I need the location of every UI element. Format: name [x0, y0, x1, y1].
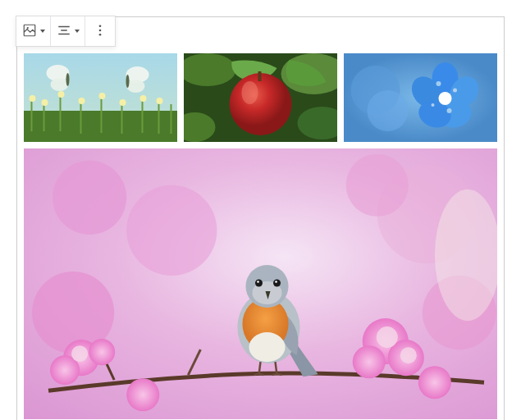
svg-point-55: [53, 161, 126, 235]
svg-rect-16: [142, 98, 144, 133]
svg-point-50: [436, 81, 441, 86]
svg-point-64: [89, 339, 115, 365]
svg-point-69: [418, 366, 451, 399]
svg-point-5: [99, 25, 102, 27]
block-toolbar: [16, 16, 116, 47]
svg-rect-12: [60, 94, 62, 131]
align-button[interactable]: [51, 16, 85, 46]
svg-point-25: [140, 95, 147, 102]
svg-point-20: [42, 99, 48, 106]
svg-point-80: [273, 279, 281, 286]
svg-point-71: [377, 326, 398, 348]
svg-rect-17: [158, 101, 160, 134]
svg-rect-13: [80, 101, 82, 134]
svg-rect-3: [61, 30, 67, 31]
gallery-item-robin[interactable]: [24, 148, 497, 419]
svg-point-21: [58, 91, 65, 98]
image-apple: [184, 53, 337, 142]
svg-point-29: [66, 73, 70, 86]
svg-point-32: [126, 75, 130, 88]
gallery-block-wrapper: [16, 16, 505, 420]
svg-point-22: [79, 98, 85, 104]
svg-point-68: [353, 345, 386, 378]
svg-point-43: [368, 90, 409, 131]
svg-point-59: [346, 154, 409, 217]
svg-point-39: [242, 81, 258, 104]
gallery-block[interactable]: [16, 16, 505, 420]
svg-point-49: [439, 92, 452, 105]
align-center-icon: [57, 23, 71, 40]
svg-point-52: [447, 108, 452, 113]
image-robin: [24, 148, 497, 419]
svg-point-79: [257, 281, 259, 283]
gallery-icon: [22, 23, 37, 40]
svg-rect-14: [101, 96, 103, 133]
chevron-down-icon: [75, 30, 80, 33]
svg-point-31: [127, 80, 145, 93]
svg-point-51: [453, 89, 457, 93]
svg-rect-40: [258, 71, 262, 81]
svg-point-26: [157, 98, 163, 104]
gallery-item-apple[interactable]: [184, 53, 337, 142]
svg-rect-10: [31, 98, 33, 131]
svg-point-23: [99, 93, 106, 99]
image-butterflies: [24, 53, 177, 142]
gallery-row-2: [24, 148, 497, 419]
svg-point-70: [71, 345, 88, 362]
svg-point-19: [30, 95, 36, 102]
svg-point-28: [51, 78, 69, 91]
svg-rect-15: [121, 103, 123, 134]
svg-point-38: [230, 73, 292, 135]
gallery-item-blue-flower[interactable]: [344, 53, 497, 142]
gallery-row-1: [24, 53, 497, 142]
svg-point-6: [99, 29, 102, 31]
svg-point-75: [249, 332, 285, 362]
svg-point-53: [432, 103, 435, 107]
svg-point-65: [126, 378, 159, 411]
chevron-down-icon: [40, 30, 45, 33]
svg-point-78: [255, 279, 263, 286]
svg-rect-18: [171, 104, 172, 134]
svg-rect-11: [43, 103, 45, 131]
svg-rect-2: [58, 25, 70, 27]
block-type-button[interactable]: [16, 16, 51, 46]
image-blue-flower: [344, 53, 497, 142]
svg-point-72: [400, 347, 417, 363]
svg-point-1: [26, 26, 28, 28]
svg-point-7: [99, 33, 102, 35]
gallery-item-butterflies[interactable]: [24, 53, 177, 142]
ellipsis-icon: [93, 23, 107, 40]
more-options-button[interactable]: [85, 16, 115, 46]
svg-point-81: [275, 281, 277, 283]
svg-rect-4: [58, 33, 70, 34]
svg-point-56: [126, 185, 217, 276]
svg-point-24: [120, 99, 126, 106]
